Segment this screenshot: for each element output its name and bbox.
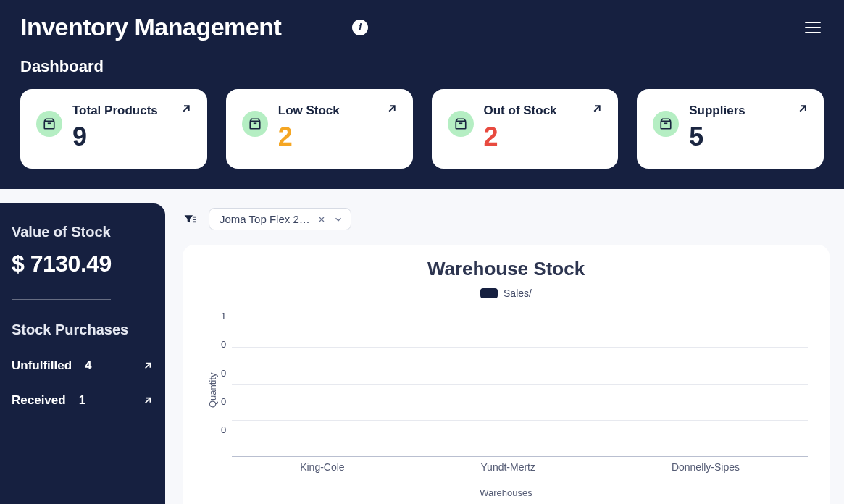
product-filter-chip[interactable]: Joma Top Flex 2… (209, 208, 351, 230)
purchases-row-received: Received 1 (12, 383, 154, 418)
package-icon (36, 111, 62, 137)
y-tick: 0 (221, 368, 226, 379)
card-suppliers: Suppliers 5 (637, 89, 824, 169)
chart-legend[interactable]: Sales/ (204, 287, 808, 299)
card-value: 5 (689, 124, 808, 150)
link-arrow-icon[interactable] (142, 395, 154, 406)
row-label: Unfulfilled (12, 358, 72, 373)
chevron-down-icon[interactable] (333, 214, 343, 224)
y-tick: 0 (221, 424, 226, 435)
svg-rect-3 (661, 121, 672, 129)
y-ticks: 1 0 0 0 0 (218, 311, 232, 448)
svg-rect-0 (44, 121, 54, 129)
chart-title: Warehouse Stock (204, 258, 808, 280)
link-arrow-icon[interactable] (796, 102, 809, 115)
link-arrow-icon[interactable] (385, 102, 398, 115)
svg-rect-6 (193, 221, 196, 222)
svg-rect-1 (250, 121, 260, 129)
row-label: Received (12, 393, 66, 408)
x-ticks: King-Cole Yundt-Mertz Donnelly-Sipes (232, 461, 808, 473)
y-tick: 0 (221, 339, 226, 350)
x-tick: Donnelly-Sipes (672, 461, 740, 473)
x-tick: King-Cole (300, 461, 344, 473)
content: Joma Top Flex 2… Warehouse Stock Sales/ … (183, 189, 844, 504)
plot-area: King-Cole Yundt-Mertz Donnelly-Sipes (232, 311, 808, 470)
card-label: Total Products (72, 104, 191, 118)
page-title: Inventory Management (20, 13, 281, 41)
card-value: 9 (72, 124, 191, 150)
purchases-row-unfulfilled: Unfulfilled 4 (12, 348, 154, 383)
card-total-products: Total Products 9 (20, 89, 207, 169)
menu-icon[interactable] (802, 19, 824, 36)
package-icon (448, 111, 474, 137)
card-value: 2 (484, 124, 603, 150)
info-icon[interactable]: i (352, 20, 368, 35)
warehouse-stock-chart: Warehouse Stock Sales/ Quantity 1 0 0 0 … (183, 245, 830, 504)
package-icon (653, 111, 679, 137)
x-axis-label: Warehouses (204, 487, 808, 498)
divider (12, 299, 111, 300)
card-value: 2 (278, 124, 397, 150)
svg-rect-2 (456, 121, 466, 129)
x-tick: Yundt-Mertz (481, 461, 535, 473)
card-low-stock: Low Stock 2 (226, 89, 413, 169)
svg-rect-5 (193, 219, 196, 220)
stat-cards: Total Products 9 Low Stock 2 (20, 89, 824, 169)
y-axis-label: Quantity (204, 311, 218, 470)
card-label: Suppliers (689, 104, 808, 118)
y-tick: 0 (221, 396, 226, 407)
header: Inventory Management i Dashboard Total P… (0, 0, 844, 189)
card-out-of-stock: Out of Stock 2 (432, 89, 619, 169)
stock-value: $ 7130.49 (12, 251, 154, 277)
filter-icon[interactable] (183, 212, 197, 227)
legend-swatch (480, 288, 498, 298)
link-arrow-icon[interactable] (142, 360, 154, 371)
page-subtitle: Dashboard (20, 57, 824, 76)
link-arrow-icon[interactable] (590, 102, 603, 115)
stock-value-title: Value of Stock (12, 224, 154, 240)
legend-label: Sales/ (504, 287, 532, 299)
card-label: Low Stock (278, 104, 397, 118)
link-arrow-icon[interactable] (180, 102, 193, 115)
clear-icon[interactable] (317, 215, 326, 224)
purchases-title: Stock Purchases (12, 322, 154, 338)
filter-chip-label: Joma Top Flex 2… (220, 213, 310, 225)
row-value: 1 (79, 393, 85, 408)
row-value: 4 (85, 358, 91, 373)
card-label: Out of Stock (484, 104, 603, 118)
svg-rect-4 (193, 216, 196, 217)
sidebar: Value of Stock $ 7130.49 Stock Purchases… (0, 203, 165, 504)
y-tick: 1 (221, 311, 226, 322)
package-icon (242, 111, 268, 137)
